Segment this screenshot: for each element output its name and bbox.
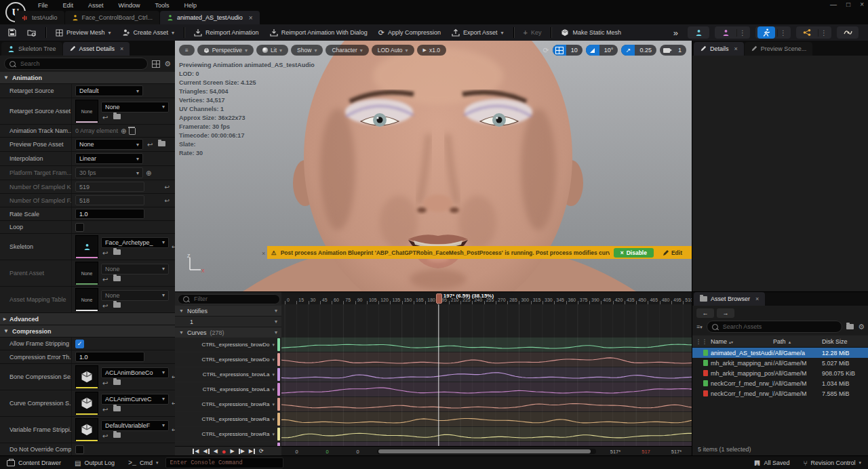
reimport-animation-button[interactable]: Reimport Animation <box>189 26 264 39</box>
menu-help[interactable]: Help <box>178 1 204 9</box>
curve-edit-toggle[interactable] <box>837 26 859 39</box>
edit-button[interactable]: Edit <box>658 248 688 258</box>
value-input[interactable]: 1.0 <box>75 209 144 219</box>
use-selected-icon[interactable]: ↩ <box>102 380 108 387</box>
asset-row[interactable]: animated_AS_testAudi/All/Game/a12.28 MiB <box>692 348 868 358</box>
kebab-menu-icon[interactable]: ⋮ <box>818 29 829 37</box>
content-drawer-button[interactable]: Content Drawer <box>0 456 68 469</box>
tab-animated-as-testaudio[interactable]: animated_AS_testAudio× <box>160 11 259 24</box>
close-icon[interactable]: × <box>734 45 738 52</box>
dropdown[interactable]: 30 fps▾ <box>75 167 143 178</box>
browse-to-asset-icon[interactable] <box>113 276 121 281</box>
to-end-button[interactable]: ▶ <box>249 449 255 454</box>
viewport-pill-lit[interactable]: Lit▾ <box>256 45 288 56</box>
column-path[interactable]: Path▲ <box>773 338 822 345</box>
browse-to-asset-icon[interactable] <box>113 432 121 438</box>
close-icon[interactable]: × <box>120 45 123 52</box>
view-start[interactable]: 0 <box>342 449 373 455</box>
dropdown[interactable]: Linear▾ <box>75 153 143 164</box>
all-saved-button[interactable]: 🖪 All Saved <box>747 460 796 467</box>
cmd-dropdown[interactable]: >_ Cmd ▾ <box>121 456 165 469</box>
checkbox[interactable] <box>75 445 84 454</box>
find-in-content-browser-button[interactable] <box>22 26 41 39</box>
asset-thumbnail[interactable]: None <box>75 288 98 311</box>
toggle-icon-wrap[interactable] <box>717 26 734 39</box>
toggle-icon-wrap[interactable] <box>798 26 816 39</box>
chevron-down-icon[interactable]: ▾ <box>272 372 275 378</box>
use-selected-icon[interactable]: ↩ <box>147 141 153 148</box>
dropdown[interactable]: ACLAnimBoneCo▾ <box>101 367 169 378</box>
chevron-down-icon[interactable]: ▾ <box>275 308 277 314</box>
playhead-handle[interactable] <box>436 293 442 304</box>
play-reverse-button[interactable]: ◀ <box>214 449 218 454</box>
browse-to-asset-icon[interactable] <box>158 141 165 146</box>
section-animation[interactable]: ▼Animation <box>0 72 175 84</box>
browse-to-asset-icon[interactable] <box>113 380 121 385</box>
chevron-down-icon[interactable]: ▾ <box>272 387 275 392</box>
timeline-filter-input[interactable] <box>193 295 275 303</box>
tab-preview-scene-[interactable]: Preview Scene... <box>745 42 813 56</box>
viewport-menu-button[interactable]: ≡ <box>179 45 195 56</box>
tab-asset-details[interactable]: Asset Details× <box>63 42 130 56</box>
use-selected-icon[interactable]: ↩ <box>102 432 108 440</box>
view-end[interactable]: 517* <box>600 449 631 455</box>
browse-to-asset-icon[interactable] <box>113 302 121 308</box>
details-search-box[interactable] <box>4 58 148 70</box>
asset-thumbnail[interactable] <box>75 392 98 415</box>
angle-snap-control[interactable]: 10° <box>586 45 618 56</box>
chevron-down-icon[interactable]: ▾ <box>272 417 275 422</box>
reset-to-default-icon[interactable]: ↩ <box>164 197 171 204</box>
step-forward-button[interactable]: ▶ <box>239 449 245 454</box>
browse-to-asset-icon[interactable] <box>113 114 121 119</box>
step-back-button[interactable]: ◀ <box>203 449 210 454</box>
playback-end[interactable]: 517 <box>631 449 661 455</box>
timeline-filter-box[interactable] <box>178 294 280 304</box>
scale-snap-control[interactable]: ↗ 0.25 <box>621 45 656 56</box>
asset-search-input[interactable] <box>722 323 837 331</box>
skeleton-toggle[interactable] <box>688 26 709 39</box>
chevron-down-icon[interactable]: ▾ <box>272 432 275 437</box>
checkbox[interactable] <box>75 223 84 232</box>
viewport-pill-show[interactable]: Show▾ <box>291 45 323 56</box>
column-view-icon[interactable] <box>152 60 160 68</box>
record-button[interactable]: ● <box>222 448 226 455</box>
playback-start[interactable]: 0 <box>312 449 342 455</box>
viewport-pill-perspective[interactable]: Perspective▾ <box>197 45 254 56</box>
browse-to-asset-icon[interactable] <box>113 406 121 411</box>
timeline-group-1[interactable]: 1▾ <box>175 317 281 327</box>
close-icon[interactable]: × <box>249 14 253 22</box>
asset-thumbnail[interactable] <box>75 365 98 388</box>
use-selected-icon[interactable]: ↩ <box>102 302 108 310</box>
timeline-group-curves[interactable]: ▼Curves(278)▾ <box>175 327 281 338</box>
dropdown[interactable]: None▾ <box>101 264 169 274</box>
revision-control-button[interactable]: ⑂ Revision Control ▾ <box>796 460 868 467</box>
asset-search-box[interactable] <box>707 321 842 333</box>
play-button[interactable]: ▶ <box>230 449 234 454</box>
save-button[interactable] <box>3 26 22 39</box>
menu-window[interactable]: Window <box>112 1 147 9</box>
asset-thumbnail[interactable] <box>75 418 98 441</box>
kebab-menu-icon[interactable]: ⋮ <box>777 29 789 37</box>
asset-browser-settings-icon[interactable]: ⚙ <box>858 323 865 331</box>
details-settings-gear-icon[interactable]: ⚙ <box>164 60 171 68</box>
asset-thumbnail[interactable] <box>75 235 98 258</box>
dropdown[interactable]: DefaultVariableF▾ <box>101 420 169 431</box>
loop-button[interactable]: ⟳ <box>259 449 264 454</box>
toggle-icon-wrap[interactable] <box>757 26 775 39</box>
cycle-transform-icon[interactable]: ⟳ <box>543 46 549 55</box>
curve-track-row[interactable]: CTRL_expressions_browRa▾ <box>175 397 281 411</box>
maximize-icon[interactable]: □ <box>846 1 850 8</box>
preview-mesh-button[interactable]: Preview Mesh▾ <box>50 27 117 39</box>
range-end[interactable]: 517* <box>661 449 692 455</box>
apply-compression-button[interactable]: ⟳Apply Compression <box>373 26 446 39</box>
grid-snap-control[interactable]: 10 <box>553 45 583 56</box>
column-name[interactable]: Name▴▾ <box>711 338 773 345</box>
tab-testaudio[interactable]: testAudio <box>15 11 64 24</box>
curve-track-row[interactable]: CTRL_expressions_browDo▾ <box>175 352 281 367</box>
export-asset-button[interactable]: Export Asset▾ <box>446 26 509 39</box>
curve-track-row[interactable]: CTRL_expressions_browRa▾ <box>175 412 281 426</box>
make-static-mesh-button[interactable]: Make Static Mesh <box>555 26 627 39</box>
timeline-group-notifies[interactable]: ▼Notifies▾ <box>175 306 281 317</box>
folder-icon[interactable] <box>846 324 854 329</box>
tab-face-controlboard-ctrl-[interactable]: Face_ControlBoard_Ctrl... <box>65 11 160 24</box>
